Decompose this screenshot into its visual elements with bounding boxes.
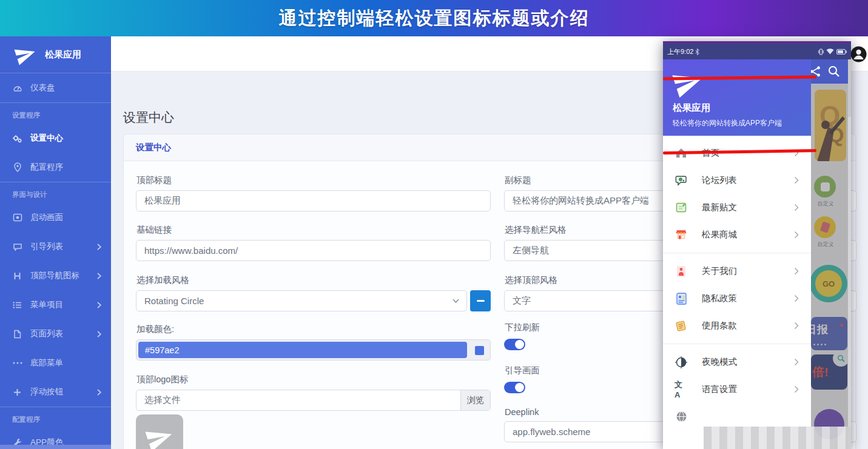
- chevron-right-icon: [794, 322, 799, 330]
- drawer-divider: [663, 344, 811, 344]
- sidebar-item-label: 仪表盘: [30, 82, 55, 93]
- sidebar-item-top-nav-icons[interactable]: 顶部导航图标: [0, 261, 111, 290]
- splash-screen-icon: [12, 213, 22, 223]
- wifi-icon: [826, 48, 834, 55]
- chevron-right-icon: [97, 244, 101, 250]
- sidebar-item-menu-items[interactable]: 菜单项目: [0, 290, 111, 319]
- search-icon[interactable]: [827, 65, 841, 78]
- sidebar-item-configure[interactable]: 配置程序: [0, 153, 111, 182]
- drawer-item-mall[interactable]: 松果商城: [663, 221, 811, 248]
- chevron-right-icon: [97, 302, 101, 308]
- sidebar-item-label: 引导列表: [30, 241, 63, 252]
- drawer-item-label: 论坛列表: [702, 175, 737, 186]
- drawer-item-label: 夜晚模式: [702, 356, 737, 368]
- drawer-divider: [663, 253, 811, 253]
- drawer-item-latest-posts[interactable]: 最新贴文: [663, 194, 811, 221]
- vibrate-icon: [818, 48, 824, 55]
- drawer-item-label: 使用条款: [702, 320, 737, 331]
- sidebar-item-label: 浮动按钮: [30, 387, 63, 397]
- base-link-input[interactable]: [136, 240, 491, 261]
- banner-title: 通过控制端轻松设置图标标题或介绍: [279, 6, 590, 31]
- sidebar-section-ui-design: 界面与设计: [0, 182, 111, 203]
- guide-list-icon: [12, 242, 22, 252]
- status-time: 上午9:02: [667, 47, 699, 56]
- field-base-link: 基础链接: [136, 224, 491, 261]
- drawer-item-label: 关于我们: [702, 265, 737, 277]
- sidebar-item-page-list[interactable]: 页面列表: [0, 319, 111, 348]
- guide-screen-toggle[interactable]: [504, 382, 525, 393]
- list-icon: [12, 300, 22, 310]
- chevron-down-icon: [453, 299, 459, 303]
- paper-plane-icon: [12, 41, 39, 68]
- browse-button[interactable]: 浏览: [460, 390, 490, 410]
- logo-file-input[interactable]: 选择文件 浏览: [136, 390, 491, 411]
- selected-value: 文字: [513, 295, 531, 307]
- toggle-knob: [515, 340, 524, 349]
- pull-refresh-toggle[interactable]: [504, 339, 525, 350]
- user-avatar[interactable]: [850, 46, 867, 62]
- sidebar-item-dashboard[interactable]: 仪表盘: [0, 73, 111, 102]
- sidebar-item-label: 启动画面: [30, 212, 63, 223]
- sidebar-logo-title: 松果应用: [45, 49, 81, 61]
- app-scrollbar[interactable]: [848, 59, 851, 449]
- bluetooth-icon: [695, 48, 699, 55]
- drawer-item-night-mode[interactable]: 夜晚模式: [663, 348, 811, 376]
- terms-icon: [675, 319, 688, 333]
- drawer-item-about[interactable]: 关于我们: [663, 258, 811, 285]
- privacy-icon: [675, 292, 688, 305]
- phone-body: QQ 自定义 自定义 GO 日报 倍!: [663, 59, 851, 449]
- paper-plane-icon: [142, 421, 177, 449]
- paper-plane-icon: [668, 62, 708, 102]
- sidebar-item-label: 底部菜单: [30, 358, 63, 368]
- header-h-icon: [12, 271, 22, 281]
- sidebar-item-settings-center[interactable]: 设置中心: [0, 124, 111, 153]
- drawer-app-title: 松果应用: [673, 102, 801, 115]
- toggle-knob: [515, 383, 524, 392]
- chevron-right-icon: [794, 267, 799, 275]
- field-top-title: 顶部标题: [136, 175, 491, 211]
- sidebar-logo[interactable]: 松果应用: [0, 36, 111, 73]
- field-loading-color: 加载颜色: #597ae2: [136, 324, 491, 361]
- drawer-app-subtitle: 轻松将你的网站转换成APP客户端: [673, 118, 801, 128]
- dashboard-icon: [12, 83, 22, 93]
- drawer-item-forum[interactable]: 论坛列表: [663, 167, 811, 194]
- scrollbar-thumb[interactable]: [848, 59, 851, 117]
- drawer: 松果应用 轻松将你的网站转换成APP客户端 首页 论坛列表 最新贴文: [663, 59, 811, 449]
- drawer-scrim[interactable]: [811, 84, 851, 449]
- remove-loading-style-button[interactable]: [470, 290, 491, 311]
- pin-icon: [12, 162, 22, 173]
- chevron-right-icon: [794, 294, 799, 302]
- chevron-right-icon: [794, 231, 799, 239]
- drawer-item-privacy[interactable]: 隐私政策: [663, 285, 811, 312]
- field-label: 加载颜色:: [136, 324, 491, 335]
- sidebar-item-bottom-menu[interactable]: 底部菜单: [0, 348, 111, 377]
- field-label: 顶部logo图标: [136, 374, 491, 385]
- chevron-right-icon: [794, 358, 799, 366]
- pages-icon: [12, 329, 22, 339]
- loading-style-select[interactable]: Rotating Circle: [136, 290, 467, 311]
- plus-icon: [12, 387, 22, 397]
- sidebar: 松果应用 仪表盘 设置程序 设置中心 配置程序 界面与设计: [0, 36, 111, 449]
- field-label: 基础链接: [136, 224, 491, 236]
- sidebar-item-label: 配置程序: [30, 162, 63, 173]
- app-background: QQ 自定义 自定义 GO 日报 倍!: [811, 59, 851, 449]
- ellipsis-icon: [12, 358, 22, 368]
- sidebar-item-guide-list[interactable]: 引导列表: [0, 232, 111, 261]
- globe-icon: [675, 410, 688, 424]
- top-title-input[interactable]: [136, 190, 491, 211]
- loading-color-value: #597ae2: [145, 345, 179, 355]
- sidebar-item-splash[interactable]: 启动画面: [0, 203, 111, 232]
- color-picker-swatch[interactable]: [475, 346, 484, 355]
- drawer-item-terms[interactable]: 使用条款: [663, 312, 811, 339]
- loading-color-input[interactable]: #597ae2: [136, 339, 491, 361]
- chevron-right-icon: [794, 385, 799, 393]
- file-input-text: 选择文件: [136, 390, 460, 410]
- drawer-item-language[interactable]: 文A 语言设置: [663, 376, 811, 403]
- loading-color-preview: #597ae2: [138, 342, 467, 358]
- sidebar-item-floating-button[interactable]: 浮动按钮: [0, 377, 111, 407]
- phone-preview: 上午9:02 QQ 自定义 自定义 GO: [663, 41, 851, 449]
- about-icon: [675, 265, 688, 278]
- form-column-left: 顶部标题 基础链接 选择加载风格 R: [136, 175, 491, 449]
- minus-icon: [477, 300, 485, 302]
- sidebar-item-label: 顶部导航图标: [30, 270, 79, 281]
